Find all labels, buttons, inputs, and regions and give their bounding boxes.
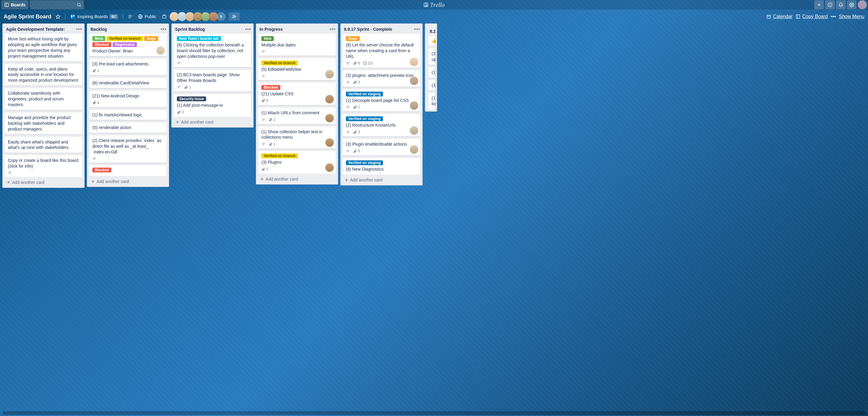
list-title[interactable]: 8.2: [430, 29, 435, 34]
list-title[interactable]: Sprint Backlog: [175, 27, 205, 32]
team-link[interactable]: Inspiring Boards BC: [69, 12, 119, 21]
card-member-avatar[interactable]: [410, 76, 418, 85]
card[interactable]: (1) Show collection helper text in colle…: [258, 127, 336, 149]
card[interactable]: MetaVerified on branchBugsBlockedRegress…: [89, 34, 166, 56]
card-labels: Web: [261, 36, 333, 41]
list-menu-button[interactable]: •••: [414, 27, 420, 32]
card-label[interactable]: Bugs: [346, 36, 360, 41]
card-label[interactable]: Bugs: [144, 36, 158, 41]
card-label[interactable]: Blocked: [92, 42, 112, 47]
card[interactable]: Blocked: [89, 165, 166, 176]
card-label[interactable]: New Team / boards tab: [177, 36, 221, 41]
create-button[interactable]: [814, 0, 824, 9]
card[interactable]: (3) plugins: attachment preview icon3: [343, 70, 420, 87]
list-title[interactable]: Agile Development Template:: [6, 27, 65, 32]
list-title[interactable]: 8.9.17 Sprint - Complete: [344, 27, 392, 32]
invite-button[interactable]: [229, 12, 240, 21]
card[interactable]: (3): [429, 80, 435, 91]
card[interactable]: Verified on staging(8) New Diagnostics: [343, 158, 420, 175]
list-header: In Progress•••: [256, 24, 338, 34]
card-label[interactable]: Web: [261, 36, 274, 41]
board-title[interactable]: Agile Sprint Board: [4, 13, 51, 20]
card[interactable]: Collaborate seamlessly with engineers, p…: [5, 88, 82, 110]
card[interactable]: (3) Pre-load card attachments1: [89, 59, 166, 75]
member-overflow[interactable]: 9: [217, 12, 226, 21]
horizontal-scrollbar[interactable]: [2, 411, 866, 415]
card[interactable]: 👍: [429, 36, 435, 46]
card[interactable]: Verified on staging(1) Decouple board pa…: [343, 89, 420, 112]
user-avatar[interactable]: [858, 0, 867, 9]
card[interactable]: (3) Plugin enable/disable actions3: [343, 139, 420, 155]
card-title: Product Owner: Brian: [92, 48, 163, 54]
card[interactable]: Verified on staging(2) Restructure Known…: [343, 114, 420, 137]
card[interactable]: Verified on branch(3) Plugins1: [258, 151, 336, 174]
card-label[interactable]: Regression: [113, 42, 137, 47]
card-label[interactable]: Verified on branch: [106, 36, 143, 41]
add-card-button[interactable]: Add another card: [2, 177, 85, 188]
add-card-button[interactable]: Add another card: [340, 175, 423, 185]
card[interactable]: Manage and prioritize the product backlo…: [5, 112, 82, 134]
attachment-icon: [261, 99, 265, 103]
svg-point-2: [78, 3, 80, 6]
list-menu-button[interactable]: •••: [76, 27, 82, 32]
card-label[interactable]: Meta: [92, 36, 105, 41]
calendar-button[interactable]: Calendar: [766, 14, 793, 19]
card-label[interactable]: Verified on branch: [261, 153, 298, 158]
card-label[interactable]: Verified on staging: [346, 116, 383, 121]
card[interactable]: Blocked(21) Update CSS8: [258, 82, 336, 105]
card[interactable]: Easily share what's shipped and what's u…: [5, 137, 82, 153]
info-button[interactable]: [825, 0, 835, 9]
show-menu-button[interactable]: Show Menu: [839, 14, 865, 19]
briefcase-button[interactable]: [161, 12, 168, 21]
card[interactable]: (1) fix markAsViewed logic: [89, 110, 166, 120]
settings-button[interactable]: [847, 0, 857, 9]
card-member-avatar[interactable]: [326, 70, 334, 78]
card[interactable]: WebMultiple due dates: [258, 34, 336, 56]
card[interactable]: Verified on branch(5) EditableFieldView: [258, 58, 336, 80]
card[interactable]: Bugs(8) Let the server choose the defaul…: [343, 34, 420, 68]
card[interactable]: Copy or create a board like this board (…: [5, 155, 82, 177]
card[interactable]: (21) New Android Design4: [89, 91, 166, 107]
trello-logo[interactable]: Trello: [423, 1, 444, 8]
list-menu-button[interactable]: •••: [161, 27, 166, 32]
list-menu-button[interactable]: •••: [245, 27, 251, 32]
card[interactable]: (5) renderable action: [89, 123, 166, 133]
card-label[interactable]: Verified on staging: [346, 160, 383, 165]
card-member-avatar[interactable]: [326, 114, 334, 123]
card-label[interactable]: Verified on staging: [346, 92, 383, 97]
boards-button[interactable]: Boards: [1, 0, 28, 9]
card[interactable]: (2) Client release provides `index` as d…: [89, 135, 166, 163]
add-card-button[interactable]: Add another card: [172, 117, 253, 128]
star-button[interactable]: [54, 12, 62, 21]
card[interactable]: (8) renderable CardDetailView: [89, 78, 166, 88]
card[interactable]: Keep all code, specs, and plans easily a…: [5, 64, 82, 86]
card[interactable]: (1) bo: [429, 93, 435, 109]
card-member-avatar[interactable]: [156, 46, 165, 55]
card-label[interactable]: Blocked: [92, 168, 112, 172]
card[interactable]: New Team / boards tab(8) Clicking the co…: [174, 34, 251, 67]
description-badge: [261, 142, 266, 146]
card-title: (1) Add post-message-io: [177, 103, 248, 108]
card[interactable]: (2) BC3 team boards page: Show Other Pri…: [174, 70, 251, 92]
card-member-avatar[interactable]: [326, 95, 334, 103]
add-card-button[interactable]: Add another card: [256, 174, 338, 184]
list-title[interactable]: In Progress: [259, 27, 283, 32]
card-label[interactable]: Security Issue: [177, 97, 206, 101]
notifications-button[interactable]: [836, 0, 846, 9]
card[interactable]: Move fast without losing sight by adopti…: [5, 34, 82, 62]
card-label[interactable]: Blocked: [261, 85, 280, 90]
visibility-button[interactable]: Public: [137, 12, 157, 21]
card-label[interactable]: Verified on branch: [261, 61, 298, 65]
copy-board-button[interactable]: Copy Board: [796, 14, 828, 19]
list-title[interactable]: Backlog: [91, 27, 107, 32]
add-card-button[interactable]: Add another card: [87, 176, 169, 187]
card-member-avatar[interactable]: [410, 58, 418, 66]
card[interactable]: (3) up: [429, 48, 435, 65]
card[interactable]: (1): [429, 67, 435, 78]
card[interactable]: Security Issue(1) Add post-message-io3: [174, 94, 251, 117]
board-canvas[interactable]: Agile Development Template:•••Move fast …: [0, 24, 868, 413]
search-input[interactable]: [30, 0, 84, 9]
board-menu-icon-button[interactable]: [126, 12, 134, 21]
list-menu-button[interactable]: •••: [330, 27, 336, 32]
card[interactable]: (1) Attach URLs from comment2: [258, 108, 336, 124]
